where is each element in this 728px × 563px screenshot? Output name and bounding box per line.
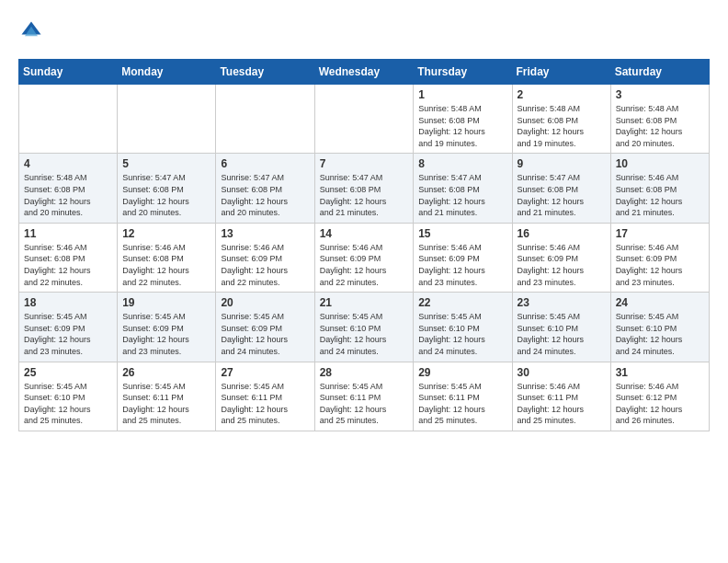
day-info: Sunrise: 5:46 AMSunset: 6:08 PMDaylight:… <box>616 172 704 218</box>
day-info: Sunrise: 5:48 AMSunset: 6:08 PMDaylight:… <box>418 103 506 149</box>
day-info: Sunrise: 5:47 AMSunset: 6:08 PMDaylight:… <box>122 172 210 218</box>
day-info: Sunrise: 5:48 AMSunset: 6:08 PMDaylight:… <box>518 103 606 149</box>
calendar-day-cell: 23Sunrise: 5:45 AMSunset: 6:10 PMDayligh… <box>512 293 610 362</box>
calendar-week-row: 1Sunrise: 5:48 AMSunset: 6:08 PMDaylight… <box>19 85 710 154</box>
calendar-day-cell: 26Sunrise: 5:45 AMSunset: 6:11 PMDayligh… <box>118 362 216 431</box>
day-number: 13 <box>221 227 309 240</box>
day-number: 4 <box>24 157 112 170</box>
day-number: 10 <box>616 157 704 170</box>
calendar-week-row: 18Sunrise: 5:45 AMSunset: 6:09 PMDayligh… <box>19 293 710 362</box>
day-info: Sunrise: 5:45 AMSunset: 6:09 PMDaylight:… <box>122 311 210 357</box>
day-number: 2 <box>518 88 606 101</box>
day-info: Sunrise: 5:48 AMSunset: 6:08 PMDaylight:… <box>24 172 112 218</box>
calendar-day-cell: 6Sunrise: 5:47 AMSunset: 6:08 PMDaylight… <box>216 154 314 223</box>
day-number: 21 <box>320 296 409 309</box>
day-number: 27 <box>221 366 309 379</box>
calendar-table: SundayMondayTuesdayWednesdayThursdayFrid… <box>18 59 710 431</box>
day-number: 19 <box>122 296 210 309</box>
calendar-header-tuesday: Tuesday <box>216 60 314 85</box>
day-info: Sunrise: 5:45 AMSunset: 6:10 PMDaylight:… <box>320 311 409 357</box>
calendar-day-cell: 14Sunrise: 5:46 AMSunset: 6:09 PMDayligh… <box>314 223 414 292</box>
day-info: Sunrise: 5:47 AMSunset: 6:08 PMDaylight:… <box>320 172 409 218</box>
day-info: Sunrise: 5:47 AMSunset: 6:08 PMDaylight:… <box>418 172 506 218</box>
day-info: Sunrise: 5:45 AMSunset: 6:11 PMDaylight:… <box>418 381 506 427</box>
day-info: Sunrise: 5:46 AMSunset: 6:09 PMDaylight:… <box>418 242 506 288</box>
day-number: 23 <box>518 296 606 309</box>
calendar-header-saturday: Saturday <box>610 60 709 85</box>
calendar-day-cell: 31Sunrise: 5:46 AMSunset: 6:12 PMDayligh… <box>610 362 709 431</box>
day-number: 11 <box>24 227 112 240</box>
day-number: 8 <box>418 157 506 170</box>
calendar-day-cell: 13Sunrise: 5:46 AMSunset: 6:09 PMDayligh… <box>216 223 314 292</box>
day-number: 20 <box>221 296 309 309</box>
calendar-day-cell: 20Sunrise: 5:45 AMSunset: 6:09 PMDayligh… <box>216 293 314 362</box>
day-number: 29 <box>418 366 506 379</box>
calendar-header-thursday: Thursday <box>414 60 512 85</box>
calendar-day-cell: 21Sunrise: 5:45 AMSunset: 6:10 PMDayligh… <box>314 293 414 362</box>
calendar-header-friday: Friday <box>512 60 610 85</box>
calendar-day-cell: 7Sunrise: 5:47 AMSunset: 6:08 PMDaylight… <box>314 154 414 223</box>
calendar-day-cell: 10Sunrise: 5:46 AMSunset: 6:08 PMDayligh… <box>610 154 709 223</box>
day-info: Sunrise: 5:45 AMSunset: 6:10 PMDaylight:… <box>616 311 704 357</box>
day-number: 17 <box>616 227 704 240</box>
day-info: Sunrise: 5:46 AMSunset: 6:09 PMDaylight:… <box>616 242 704 288</box>
day-number: 14 <box>320 227 409 240</box>
calendar-header-wednesday: Wednesday <box>314 60 414 85</box>
calendar-day-cell: 24Sunrise: 5:45 AMSunset: 6:10 PMDayligh… <box>610 293 709 362</box>
day-number: 28 <box>320 366 409 379</box>
calendar-day-cell: 16Sunrise: 5:46 AMSunset: 6:09 PMDayligh… <box>512 223 610 292</box>
calendar-day-cell: 17Sunrise: 5:46 AMSunset: 6:09 PMDayligh… <box>610 223 709 292</box>
day-info: Sunrise: 5:46 AMSunset: 6:09 PMDaylight:… <box>221 242 309 288</box>
day-number: 1 <box>418 88 506 101</box>
calendar-day-cell: 30Sunrise: 5:46 AMSunset: 6:11 PMDayligh… <box>512 362 610 431</box>
day-info: Sunrise: 5:47 AMSunset: 6:08 PMDaylight:… <box>518 172 606 218</box>
calendar-week-row: 4Sunrise: 5:48 AMSunset: 6:08 PMDaylight… <box>19 154 710 223</box>
calendar-day-cell: 9Sunrise: 5:47 AMSunset: 6:08 PMDaylight… <box>512 154 610 223</box>
calendar-day-cell: 1Sunrise: 5:48 AMSunset: 6:08 PMDaylight… <box>414 85 512 154</box>
calendar-day-cell <box>216 85 314 154</box>
day-info: Sunrise: 5:45 AMSunset: 6:09 PMDaylight:… <box>24 311 112 357</box>
page-header <box>18 18 710 44</box>
day-info: Sunrise: 5:45 AMSunset: 6:09 PMDaylight:… <box>221 311 309 357</box>
calendar-day-cell <box>118 85 216 154</box>
calendar-day-cell <box>19 85 118 154</box>
day-info: Sunrise: 5:45 AMSunset: 6:11 PMDaylight:… <box>221 381 309 427</box>
calendar-day-cell: 4Sunrise: 5:48 AMSunset: 6:08 PMDaylight… <box>19 154 118 223</box>
calendar-day-cell: 22Sunrise: 5:45 AMSunset: 6:10 PMDayligh… <box>414 293 512 362</box>
day-info: Sunrise: 5:45 AMSunset: 6:10 PMDaylight:… <box>24 381 112 427</box>
day-info: Sunrise: 5:45 AMSunset: 6:11 PMDaylight:… <box>122 381 210 427</box>
day-info: Sunrise: 5:46 AMSunset: 6:08 PMDaylight:… <box>24 242 112 288</box>
day-number: 25 <box>24 366 112 379</box>
logo <box>18 18 48 44</box>
day-number: 16 <box>518 227 606 240</box>
calendar-day-cell: 27Sunrise: 5:45 AMSunset: 6:11 PMDayligh… <box>216 362 314 431</box>
calendar-day-cell: 25Sunrise: 5:45 AMSunset: 6:10 PMDayligh… <box>19 362 118 431</box>
logo-icon <box>18 18 44 44</box>
calendar-header-row: SundayMondayTuesdayWednesdayThursdayFrid… <box>19 60 710 85</box>
calendar-week-row: 25Sunrise: 5:45 AMSunset: 6:10 PMDayligh… <box>19 362 710 431</box>
calendar-day-cell: 18Sunrise: 5:45 AMSunset: 6:09 PMDayligh… <box>19 293 118 362</box>
calendar-week-row: 11Sunrise: 5:46 AMSunset: 6:08 PMDayligh… <box>19 223 710 292</box>
calendar-day-cell: 15Sunrise: 5:46 AMSunset: 6:09 PMDayligh… <box>414 223 512 292</box>
day-info: Sunrise: 5:46 AMSunset: 6:11 PMDaylight:… <box>518 381 606 427</box>
calendar-day-cell: 29Sunrise: 5:45 AMSunset: 6:11 PMDayligh… <box>414 362 512 431</box>
day-number: 18 <box>24 296 112 309</box>
calendar-day-cell: 3Sunrise: 5:48 AMSunset: 6:08 PMDaylight… <box>610 85 709 154</box>
day-number: 9 <box>518 157 606 170</box>
day-number: 24 <box>616 296 704 309</box>
calendar-day-cell: 5Sunrise: 5:47 AMSunset: 6:08 PMDaylight… <box>118 154 216 223</box>
day-number: 30 <box>518 366 606 379</box>
day-info: Sunrise: 5:45 AMSunset: 6:10 PMDaylight:… <box>418 311 506 357</box>
day-info: Sunrise: 5:45 AMSunset: 6:11 PMDaylight:… <box>320 381 409 427</box>
calendar-day-cell: 19Sunrise: 5:45 AMSunset: 6:09 PMDayligh… <box>118 293 216 362</box>
day-number: 15 <box>418 227 506 240</box>
day-info: Sunrise: 5:45 AMSunset: 6:10 PMDaylight:… <box>518 311 606 357</box>
day-number: 26 <box>122 366 210 379</box>
calendar-day-cell: 8Sunrise: 5:47 AMSunset: 6:08 PMDaylight… <box>414 154 512 223</box>
day-info: Sunrise: 5:46 AMSunset: 6:09 PMDaylight:… <box>320 242 409 288</box>
calendar-header-sunday: Sunday <box>19 60 118 85</box>
day-number: 5 <box>122 157 210 170</box>
day-info: Sunrise: 5:46 AMSunset: 6:12 PMDaylight:… <box>616 381 704 427</box>
day-number: 31 <box>616 366 704 379</box>
calendar-day-cell: 2Sunrise: 5:48 AMSunset: 6:08 PMDaylight… <box>512 85 610 154</box>
